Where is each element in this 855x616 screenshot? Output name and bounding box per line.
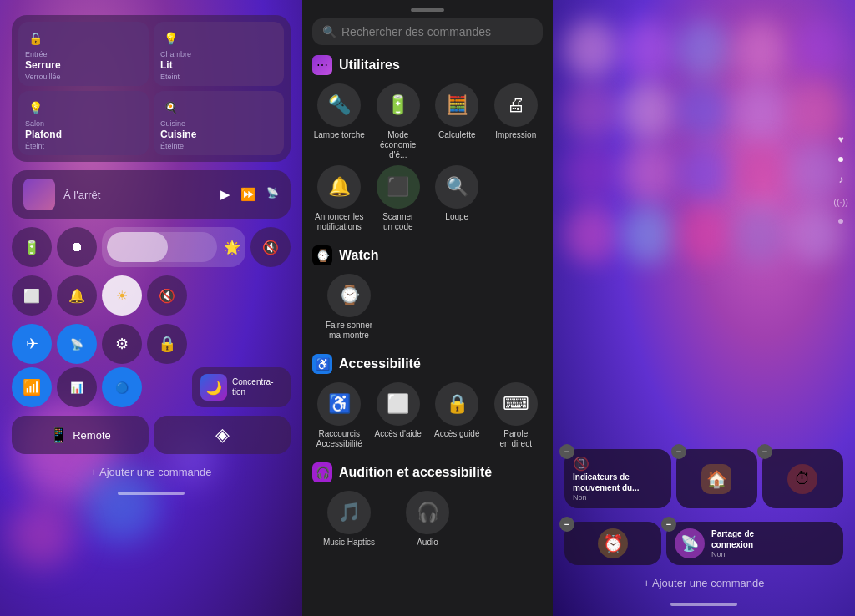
drag-handle [411, 8, 444, 12]
brightness-button[interactable]: ☀ [102, 275, 142, 316]
grid-item-batterie[interactable]: 🔋 Mode économie d'é... [372, 83, 426, 160]
remove-connexion-button[interactable]: − [661, 517, 676, 532]
remote-button[interactable]: 📱 Remote [12, 416, 149, 454]
home-tile-serrure[interactable]: 🔒 Entrée Serrure Verrouillée [18, 22, 149, 86]
screen-button[interactable]: ⬜ [12, 275, 52, 316]
grid-item-parole[interactable]: ⌨ Paroleen direct [489, 382, 544, 449]
connexion-label: Partage deconnexion [711, 528, 754, 550]
scanner-icon: ⬛ [377, 165, 420, 209]
home-tiles-block: 🔒 Entrée Serrure Verrouillée 💡 Chambre L… [12, 15, 291, 162]
white-dot [838, 157, 843, 162]
lock-icon: 🔒 [25, 28, 45, 48]
lampe-label: Lampe torche [314, 130, 365, 140]
indicators-label: Indicateurs demouvement du... [573, 472, 663, 493]
mute-button[interactable]: 🔇 [250, 227, 291, 267]
heart-icon: ♥ [838, 134, 844, 145]
parole-icon: ⌨ [494, 382, 538, 426]
raccourcis-label: RaccourcisAccessibilité [316, 429, 362, 449]
icon-cluster: ✈ 📡 ⚙ 🔒 [12, 324, 291, 364]
grid-item-notif[interactable]: 🔔 Annoncer lesnotifications [312, 165, 367, 232]
middle-scroll[interactable]: ⋯ Utilitaires 🔦 Lampe torche 🔋 Mode écon… [302, 55, 553, 616]
focus-button[interactable]: 🌙 Concentra-tion [192, 367, 291, 407]
mute2-button[interactable]: 🔇 [147, 275, 187, 316]
home-bar-right [670, 603, 737, 606]
home-widget[interactable]: − 🏠 [676, 449, 757, 508]
airplane-button[interactable]: ✈ [12, 324, 52, 364]
home-tile-lit[interactable]: 💡 Chambre Lit Éteint [154, 22, 284, 86]
audition-title: Audition et accessibilité [339, 465, 492, 480]
accessibilite-title: Accessibilité [339, 356, 421, 371]
loupe-icon: 🔍 [435, 165, 478, 209]
device-label-3: Cuisine [160, 129, 277, 140]
grid-item-music-haptics[interactable]: 🎵 Music Haptics [312, 491, 386, 548]
home-tile-cuisine[interactable]: 🍳 Cuisine Cuisine Éteinte [154, 91, 284, 155]
right-panel: ♥ ♪ ((·)) − 📵 Indicateurs demouvement du… [553, 0, 855, 616]
light2-icon: 💡 [25, 98, 45, 118]
remove-indicators-button[interactable]: − [559, 444, 574, 459]
home-tile-plafond[interactable]: 💡 Salon Plafond Éteint [18, 91, 149, 155]
status-label-3: Éteinte [160, 142, 277, 150]
lock2-button[interactable]: 🔒 [147, 324, 187, 364]
bluetooth-button[interactable]: 🔵 [102, 367, 142, 407]
search-icon: 🔍 [322, 25, 336, 38]
impression-icon: 🖨 [494, 83, 538, 127]
acces-guide-label: Accès guidé [434, 429, 479, 439]
grid-item-lampe[interactable]: 🔦 Lampe torche [312, 83, 367, 160]
airdrop-button[interactable]: 📡 [57, 324, 97, 364]
accessibilite-grid: ♿ RaccourcisAccessibilité ⬜ Accès d'aide… [312, 382, 543, 449]
status-label-0: Verrouillée [25, 73, 142, 81]
remove-home-button[interactable]: − [671, 444, 686, 459]
home-bar-left [118, 492, 185, 495]
remote-label: Remote [73, 429, 111, 442]
battery-button[interactable]: 🔋 [12, 227, 52, 267]
play-button[interactable]: ▶ [220, 187, 230, 202]
brightness-slider-cell: ☀ [102, 275, 142, 316]
bell-slash-button[interactable]: 🔔 [57, 275, 97, 316]
grid-item-loupe[interactable]: 🔍 Loupe [430, 165, 484, 232]
grid-item-scanner[interactable]: ⬛ Scannerun code [372, 165, 426, 232]
data-button[interactable]: ⚙ [102, 324, 142, 364]
search-bar[interactable]: 🔍 Rechercher des commandes [312, 18, 543, 45]
section-header-audition: 🎧 Audition et accessibilité [312, 462, 543, 482]
focus-icon: 🌙 [200, 374, 227, 401]
indicators-sub: Non [573, 493, 663, 502]
remove-timer-button[interactable]: − [757, 444, 772, 459]
wifi-button[interactable]: 📶 [12, 367, 52, 407]
signal-button[interactable]: 📊 [57, 367, 97, 407]
grid-item-calculette[interactable]: 🧮 Calculette [430, 83, 484, 160]
grid-item-raccourcis[interactable]: ♿ RaccourcisAccessibilité [312, 382, 367, 449]
controls-row-2: ⬜ 🔔 ☀ 🔇 [12, 275, 291, 316]
record-button[interactable]: ⏺ [57, 227, 97, 267]
raccourcis-icon: ♿ [317, 382, 361, 426]
remove-alarm-button[interactable]: − [559, 517, 574, 532]
indicators-widget[interactable]: − 📵 Indicateurs demouvement du... Non [564, 449, 671, 508]
kitchen-icon: 🍳 [160, 98, 180, 118]
grid-item-acces-guide[interactable]: 🔒 Accès guidé [430, 382, 484, 449]
grid-item-impression[interactable]: 🖨 Impression [489, 83, 544, 160]
timer-widget[interactable]: − ⏱ [762, 449, 843, 508]
watch-grid: ⌚ Faire sonnerma montre [312, 274, 543, 341]
batterie-label: Mode économie d'é... [372, 130, 426, 160]
room-label-2: Salon [25, 119, 142, 128]
volume-slider[interactable]: 🌟 [102, 227, 245, 267]
grid-item-watch-ring[interactable]: ⌚ Faire sonnerma montre [312, 274, 386, 341]
wifi-side-icon: ((·)) [833, 197, 848, 207]
gray-dot [838, 219, 843, 224]
airplay-button[interactable]: 📡 [266, 187, 279, 202]
grid-item-acces-aide[interactable]: ⬜ Accès d'aide [372, 382, 426, 449]
layers-button[interactable]: ◈ [154, 416, 291, 454]
status-label-1: Éteint [160, 73, 277, 81]
acces-guide-icon: 🔒 [435, 382, 478, 426]
bottom-row: 📱 Remote ◈ [12, 416, 291, 454]
right-bottom-widgets: − ⏰ − 📡 Partage deconnexion Non [564, 522, 843, 565]
section-header-utilitaires: ⋯ Utilitaires [312, 55, 543, 75]
watch-icon: ⌚ [312, 245, 332, 265]
section-header-accessibilite: ♿ Accessibilité [312, 354, 543, 374]
grid-item-audio[interactable]: 🎧 Audio [391, 491, 464, 548]
search-placeholder: Rechercher des commandes [341, 25, 491, 38]
alarm-widget[interactable]: − ⏰ [564, 522, 661, 565]
connexion-widget[interactable]: − 📡 Partage deconnexion Non [666, 522, 843, 565]
forward-button[interactable]: ⏩ [240, 187, 256, 202]
add-command-left[interactable]: + Ajouter une commande [12, 462, 291, 480]
add-command-right[interactable]: + Ajouter une commande [564, 573, 843, 591]
